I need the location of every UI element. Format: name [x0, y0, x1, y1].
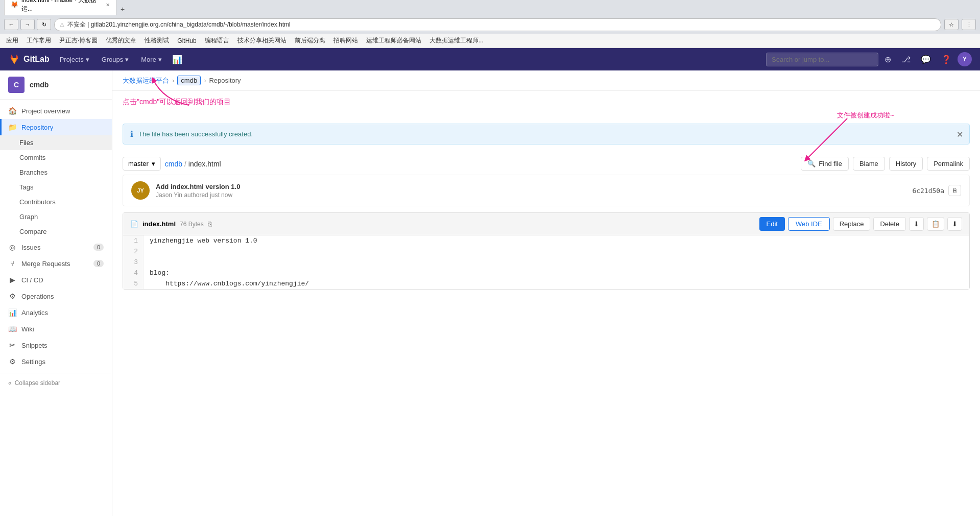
- breadcrumb-project-link[interactable]: cmdb: [177, 76, 201, 85]
- annotation-text-zh1: 点击"cmdb"可以返回到我们的项目: [123, 98, 231, 107]
- tab-close-button[interactable]: ✕: [106, 2, 110, 8]
- sidebar-item-branches[interactable]: Branches: [0, 165, 112, 180]
- nav-projects[interactable]: Projects ▾: [54, 52, 95, 67]
- code-line-5: 5 https://www.cnblogs.com/yinzhengjie/: [123, 278, 969, 289]
- code-line-3: 3: [123, 257, 969, 268]
- commit-details: Add index.html version 1.0 Jason Yin aut…: [156, 183, 906, 199]
- raw-download-icon-1[interactable]: ⬇: [909, 217, 924, 231]
- sidebar-issues-label: Issues: [21, 244, 41, 251]
- main-content: 大数据运维平台 › cmdb › Repository 点击"cmdb"可以返回…: [112, 70, 980, 290]
- web-ide-button[interactable]: Web IDE: [788, 217, 830, 231]
- bookmark-apps[interactable]: 应用: [4, 35, 20, 46]
- sidebar-item-compare[interactable]: Compare: [0, 224, 112, 239]
- nav-chart-icon[interactable]: 📊: [168, 52, 186, 67]
- code-content: 1 yinzhengjie web version 1.0 2 3 4 blog…: [123, 235, 969, 289]
- sidebar-item-wiki[interactable]: 📖 Wiki: [0, 321, 112, 337]
- nav-help-icon[interactable]: ❓: [937, 52, 955, 67]
- branch-name: master: [128, 160, 149, 167]
- sidebar-item-settings[interactable]: ⚙ Settings: [0, 353, 112, 370]
- breadcrumb-root-link[interactable]: 大数据运维平台: [123, 76, 169, 85]
- bookmark-bigdata[interactable]: 大数据运维工程师...: [427, 35, 486, 46]
- bookmark-jobs[interactable]: 招聘网站: [331, 35, 360, 46]
- nav-controls: ← → ↻: [4, 19, 51, 30]
- bookmark-langs[interactable]: 编程语言: [203, 35, 231, 46]
- nav-user-avatar[interactable]: Y: [958, 52, 972, 66]
- operations-icon: ⚙: [8, 292, 16, 300]
- copy-path-icon[interactable]: ⎘: [208, 220, 212, 228]
- edit-button[interactable]: Edit: [759, 217, 785, 231]
- sidebar-overview-label: Project overview: [21, 107, 70, 115]
- branch-selector[interactable]: master ▾: [123, 157, 161, 171]
- file-path-root-link[interactable]: cmdb: [165, 160, 182, 168]
- sidebar-item-analytics[interactable]: 📊 Analytics: [0, 304, 112, 321]
- snippets-icon: ✂: [8, 341, 16, 349]
- merge-requests-icon: ⑂: [8, 259, 16, 268]
- alert-close-button[interactable]: ✕: [957, 129, 963, 139]
- sidebar-item-overview[interactable]: 🏠 Project overview: [0, 103, 112, 119]
- sidebar-item-snippets[interactable]: ✂ Snippets: [0, 337, 112, 353]
- bookmarks-star[interactable]: ☆: [944, 19, 959, 30]
- nav-projects-label: Projects: [60, 56, 84, 63]
- tab-favicon: 🦊: [11, 1, 18, 8]
- gitlab-logo[interactable]: GitLab: [8, 53, 50, 65]
- bookmark-mbti[interactable]: 性格测试: [142, 35, 171, 46]
- code-file-header: 📄 index.html 76 Bytes ⎘ Edit Web IDE Rep…: [123, 213, 969, 235]
- browser-tab-bar: 🦊 index.html · master · 大数据运... ✕ +: [0, 0, 980, 15]
- raw-download-icon-3[interactable]: ⬇: [947, 217, 962, 231]
- sidebar-item-cicd[interactable]: ▶ CI / CD: [0, 272, 112, 288]
- sidebar-item-graph[interactable]: Graph: [0, 209, 112, 224]
- delete-button[interactable]: Delete: [873, 217, 906, 231]
- nav-chat-icon[interactable]: 💬: [917, 52, 935, 67]
- sidebar-item-repository[interactable]: 📁 Repository: [0, 119, 112, 135]
- line-code-1: yinzhengjie web version 1.0: [144, 235, 264, 246]
- bookmark-ops[interactable]: 运维工程师必备网站: [364, 35, 423, 46]
- sidebar-item-files[interactable]: Files: [0, 135, 112, 150]
- code-filesize: 76 Bytes: [180, 221, 204, 228]
- global-search-input[interactable]: [766, 53, 878, 66]
- sidebar-item-tags[interactable]: Tags: [0, 180, 112, 195]
- breadcrumb: 大数据运维平台 › cmdb › Repository: [112, 70, 980, 91]
- bookmark-blog[interactable]: 尹正杰·博客园: [57, 35, 100, 46]
- history-button[interactable]: History: [889, 157, 923, 171]
- commit-time: authored just now: [184, 191, 232, 199]
- breadcrumb-sep-1: ›: [172, 77, 174, 84]
- permalink-button[interactable]: Permalink: [927, 157, 970, 171]
- nav-more-chevron: ▾: [158, 56, 162, 63]
- security-icon: ⚠: [60, 22, 64, 28]
- sidebar-item-commits[interactable]: Commits: [0, 150, 112, 165]
- file-path-breadcrumb: cmdb / index.html: [165, 160, 221, 168]
- nav-plus-icon[interactable]: ⊕: [880, 52, 895, 67]
- address-bar[interactable]: ⚠ 不安全 | gitlab201.yinzhengjie.org.cn/chi…: [54, 18, 941, 31]
- raw-download-icon-2[interactable]: 📋: [927, 217, 944, 231]
- new-tab-button[interactable]: +: [116, 3, 129, 15]
- code-viewer: 📄 index.html 76 Bytes ⎘ Edit Web IDE Rep…: [123, 212, 970, 290]
- copy-hash-button[interactable]: ⎘: [948, 185, 961, 196]
- nav-more[interactable]: More ▾: [135, 52, 168, 67]
- merge-requests-badge: 0: [93, 260, 104, 267]
- sidebar-snippets-label: Snippets: [21, 342, 47, 349]
- nav-git-icon[interactable]: ⎇: [897, 52, 915, 67]
- nav-groups[interactable]: Groups ▾: [95, 52, 135, 67]
- sidebar-item-merge-requests[interactable]: ⑂ Merge Requests 0: [0, 255, 112, 272]
- nav-right-section: ⊕ ⎇ 💬 ❓ Y: [766, 52, 972, 67]
- sidebar-contributors-label: Contributors: [19, 198, 56, 206]
- forward-button[interactable]: →: [20, 19, 35, 30]
- bookmark-work[interactable]: 工作常用: [25, 35, 53, 46]
- active-tab[interactable]: 🦊 index.html · master · 大数据运... ✕: [4, 0, 116, 15]
- extensions-button[interactable]: ⋮: [962, 19, 976, 30]
- bookmark-articles[interactable]: 优秀的文章: [104, 35, 138, 46]
- back-button[interactable]: ←: [4, 19, 18, 30]
- bookmark-tech[interactable]: 技术分享相关网站: [235, 35, 289, 46]
- sidebar-item-issues[interactable]: ◎ Issues 0: [0, 239, 112, 255]
- sidebar-graph-label: Graph: [19, 213, 38, 221]
- code-action-buttons: Edit Web IDE Replace Delete ⬇ 📋 ⬇: [759, 217, 962, 231]
- collapse-sidebar-button[interactable]: « Collapse sidebar: [0, 373, 112, 393]
- bookmark-github[interactable]: GitHub: [175, 36, 198, 45]
- sidebar-item-contributors[interactable]: Contributors: [0, 195, 112, 209]
- alert-icon: ℹ: [130, 129, 133, 139]
- replace-button[interactable]: Replace: [833, 217, 871, 231]
- bookmark-frontend[interactable]: 前后端分离: [293, 35, 327, 46]
- cicd-icon: ▶: [8, 276, 16, 284]
- refresh-button[interactable]: ↻: [37, 19, 51, 30]
- sidebar-item-operations[interactable]: ⚙ Operations: [0, 288, 112, 304]
